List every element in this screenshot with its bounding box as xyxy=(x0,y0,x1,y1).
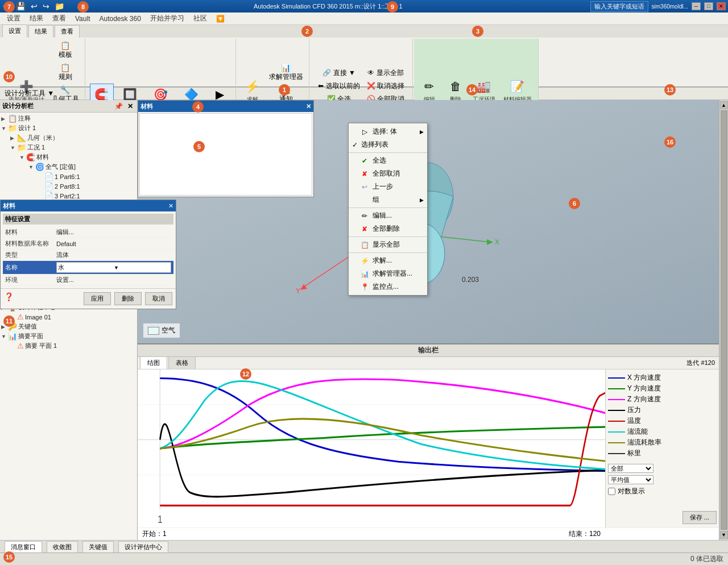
bottom-tab-design-eval[interactable]: 设计评估中心 xyxy=(118,541,168,552)
menu-autodesk360[interactable]: Autodesk 360 xyxy=(94,14,145,24)
menu-view[interactable]: 查看 xyxy=(48,13,71,24)
ribbon-tab-view[interactable]: 查看 xyxy=(55,25,80,38)
bottom-tab-messages[interactable]: 消息窗口 xyxy=(5,541,42,552)
user-info: sim360moldl... xyxy=(652,3,688,10)
ctx-solve[interactable]: ⚡ 求解... xyxy=(349,254,427,267)
tree-item-part8[interactable]: 📄 2 Part8:1 xyxy=(1,181,136,191)
ctx-select-list[interactable]: ✓ 选择列表 xyxy=(349,138,427,151)
legend-item-y-vel: Y 方向速度 xyxy=(608,384,717,393)
menu-results[interactable]: 结果 xyxy=(25,13,48,24)
menu-settings[interactable]: 设置 xyxy=(2,13,25,24)
mat-apply-btn[interactable]: 应用 xyxy=(84,292,111,305)
ctx-select-all[interactable]: ✔ 全选 xyxy=(349,154,427,167)
tree-item-geometry[interactable]: ▶ 📐 几何（米） xyxy=(1,133,136,143)
badge-12: 12 xyxy=(240,368,251,380)
tree-item-annotations[interactable]: ▶ 📋 注释 xyxy=(1,114,136,123)
solve-icon: ⚡ xyxy=(243,77,262,95)
bottom-tab-key-values[interactable]: 关键值 xyxy=(82,541,114,552)
chart-save-btn[interactable]: 保存 ... xyxy=(682,511,717,524)
menu-bar: 设置 结果 查看 Vault Autodesk 360 开始并学习 社区 🔽 xyxy=(0,13,728,25)
chart-tab-table[interactable]: 表格 xyxy=(168,356,196,369)
tree-item-part6[interactable]: 📄 1 Part6:1 xyxy=(1,172,136,181)
ctx-show-icon: 📋 xyxy=(360,240,369,250)
qat-undo[interactable]: ↩ xyxy=(29,1,39,11)
qat-open[interactable]: 📁 xyxy=(53,1,66,11)
ribbon-btn-select-prev[interactable]: ⬅ 选取以前的 xyxy=(316,80,362,92)
legend-line-pressure xyxy=(608,410,625,411)
mat-top-close[interactable]: ✕ xyxy=(306,103,311,110)
ctx-select-all-icon: ✔ xyxy=(360,156,369,165)
badge-8: 8 xyxy=(77,1,89,13)
svg-text:1: 1 xyxy=(158,513,163,526)
close-button[interactable]: ✕ xyxy=(717,2,726,10)
ribbon-btn-deselect[interactable]: ❌ 取消选择 xyxy=(365,80,407,92)
panel-float-btn[interactable]: 📌 xyxy=(113,102,125,110)
badge-5: 5 xyxy=(193,141,205,152)
ctx-solve-manager[interactable]: 📊 求解管理器... xyxy=(349,267,427,280)
badge-14: 14 xyxy=(466,84,478,95)
ribbon-btn-solve-manager[interactable]: 📊 求解管理器 xyxy=(267,62,305,83)
tree-item-image01[interactable]: ⚠ Image 01 xyxy=(1,312,136,322)
ribbon-btn-direct[interactable]: 🔗 直接 ▼ xyxy=(316,67,362,79)
chart-tabs: 结图 表格 迭代 #120 xyxy=(138,357,719,369)
chart-start-label: 开始：1 xyxy=(142,529,167,539)
mat-cancel-btn[interactable]: 取消 xyxy=(145,292,172,305)
ctx-monitor[interactable]: 📍 监控点... xyxy=(349,280,427,293)
ribbon-btn-template[interactable]: 📋 模板 xyxy=(49,40,81,61)
ctx-edit[interactable]: ✏ 编辑... xyxy=(349,209,427,222)
bottom-tab-convergence[interactable]: 收敛图 xyxy=(47,541,78,552)
tree-item-summary-plane[interactable]: ▼ 📊 摘要平面 xyxy=(1,331,136,341)
tree-item-summary-plane1[interactable]: ⚠ 摘要 平面 1 xyxy=(1,341,136,351)
panel-close-btn[interactable]: ✕ xyxy=(126,102,135,110)
maximize-button[interactable]: □ xyxy=(704,2,713,10)
ribbon-btn-show-all[interactable]: 👁 显示全部 xyxy=(365,67,407,79)
tree-item-case1[interactable]: ▼ 📁 工况 1 xyxy=(1,143,136,152)
menu-more[interactable]: 🔽 xyxy=(212,14,229,24)
tree-item-key-values[interactable]: ▶ 🔑 关键值 xyxy=(1,322,136,331)
ctx-delete-all[interactable]: ✘ 全部删除 xyxy=(349,222,427,235)
qat-redo[interactable]: ↪ xyxy=(41,1,51,11)
mat-name-dropdown[interactable]: 水 ▼ xyxy=(56,262,171,273)
mat-bottom-title: 材料 xyxy=(3,202,15,210)
chart-tab-plot[interactable]: 结图 xyxy=(140,356,167,369)
mat-help-icon[interactable]: ❓ xyxy=(4,292,14,305)
viewport: ✏ ─ 📷 Z X Y xyxy=(138,100,719,344)
main-area: 设计分析栏 📌 ✕ ▶ 📋 注释 ▼ 📁 设计 1 ▶ xyxy=(0,100,728,540)
legend-filter-select[interactable]: 全部 xyxy=(608,464,653,473)
scrollbar-track[interactable] xyxy=(721,110,727,530)
ribbon-tab-results[interactable]: 结果 xyxy=(28,25,53,38)
mat-row-name: 名称 水 ▼ xyxy=(3,261,173,275)
minimize-button[interactable]: ─ xyxy=(692,2,701,10)
ctx-select-body[interactable]: ▷ 选择: 体 ▶ xyxy=(349,125,427,138)
legend-controls: 全部 平均值 对数显示 xyxy=(608,464,717,496)
svg-text:Y: Y xyxy=(296,287,300,295)
status-text: 0 体已选取 xyxy=(690,554,723,564)
material-panel-bottom: 材料 ✕ 特征设置 材料 编辑... 材料数据库名称 Default 类型 流体… xyxy=(0,200,176,309)
menu-learn[interactable]: 开始并学习 xyxy=(146,13,189,24)
menu-community[interactable]: 社区 xyxy=(189,13,212,24)
ribbon-btn-rules[interactable]: 📋 规则 xyxy=(49,62,81,83)
material-panel-top-header: 材料 ✕ xyxy=(138,101,313,112)
badge-1: 1 xyxy=(279,84,290,95)
ribbon-tab-setup[interactable]: 设置 xyxy=(2,24,27,38)
tree-item-air[interactable]: ▼ 🌀 全气 [定值] xyxy=(1,162,136,172)
svg-text:X: X xyxy=(495,238,499,246)
search-bar[interactable]: 输入关键字或短语 xyxy=(590,1,648,12)
ctx-deselect-icon: ✘ xyxy=(360,169,369,178)
legend-item-z-vel: Z 方向速度 xyxy=(608,394,717,404)
log-checkbox-input[interactable] xyxy=(608,488,615,495)
ctx-deselect-all[interactable]: ✘ 全部取消 xyxy=(349,167,427,180)
qat-save[interactable]: 💾 xyxy=(14,1,27,11)
mat-delete-btn[interactable]: 删除 xyxy=(114,292,142,305)
ctx-show-all[interactable]: 📋 显示全部 xyxy=(349,238,427,251)
scroll-down-btn[interactable]: ▼ xyxy=(720,531,728,539)
ctx-group[interactable]: 组 ▶ xyxy=(349,193,427,206)
mat-bottom-close[interactable]: ✕ xyxy=(168,202,173,210)
ctx-undo[interactable]: ↩ 上一步 xyxy=(349,180,427,193)
environment-icon: 🏭 xyxy=(475,77,493,95)
tree-item-materials[interactable]: ▼ 🧲 材料 xyxy=(1,152,136,162)
tree-item-design1[interactable]: ▼ 📁 设计 1 xyxy=(1,123,136,133)
legend-avg-select[interactable]: 平均值 xyxy=(608,475,653,484)
scroll-up-btn[interactable]: ▲ xyxy=(720,101,728,109)
menu-vault[interactable]: Vault xyxy=(71,14,94,24)
